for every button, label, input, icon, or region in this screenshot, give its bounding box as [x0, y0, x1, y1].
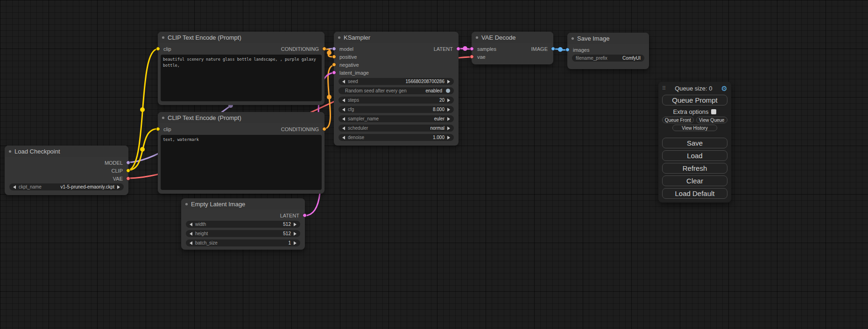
- widget-value: v1-5-pruned-emaonly.ckpt: [61, 184, 114, 189]
- output-port-latent[interactable]: [456, 47, 460, 51]
- io-row: samples IMAGE: [472, 45, 553, 53]
- queue-prompt-button[interactable]: Queue Prompt: [662, 95, 727, 105]
- decrement-arrow-icon[interactable]: [190, 223, 192, 226]
- widget-value: 512: [283, 222, 291, 227]
- decrement-arrow-icon[interactable]: [190, 241, 192, 245]
- toggle-dot-icon[interactable]: [446, 89, 450, 93]
- io-row: model LATENT: [334, 45, 459, 53]
- widget-denoise[interactable]: denoise 1.000: [339, 134, 454, 141]
- collapse-dot-icon[interactable]: [9, 150, 11, 153]
- input-port-negative[interactable]: [332, 63, 336, 67]
- node-vae-decode[interactable]: VAE Decode samples IMAGE vae: [472, 32, 553, 64]
- widget-width[interactable]: width 512: [186, 221, 300, 228]
- refresh-button[interactable]: Refresh: [662, 163, 727, 174]
- node-title-bar[interactable]: KSampler: [334, 32, 459, 43]
- node-graph-canvas[interactable]: Load Checkpoint MODEL CLIP VAE ckpt_name…: [0, 0, 868, 329]
- extra-options-row: Extra options: [662, 108, 727, 115]
- negative-prompt-textarea[interactable]: text, watermark: [161, 135, 322, 190]
- output-label-image: IMAGE: [531, 46, 548, 52]
- node-title: Load Checkpoint: [14, 148, 60, 155]
- node-title-bar[interactable]: Save Image: [567, 33, 649, 44]
- input-port-clip[interactable]: [156, 47, 160, 51]
- output-port-latent[interactable]: [303, 213, 307, 217]
- node-title-bar[interactable]: Empty Latent Image: [181, 198, 305, 210]
- decrement-arrow-icon[interactable]: [342, 98, 345, 102]
- widget-cfg[interactable]: cfg 8.000: [339, 106, 454, 113]
- increment-arrow-icon[interactable]: [447, 80, 450, 84]
- collapse-dot-icon[interactable]: [162, 36, 164, 39]
- settings-gear-icon[interactable]: ⚙: [721, 85, 727, 92]
- node-title-bar[interactable]: CLIP Text Encode (Prompt): [158, 112, 325, 123]
- widget-height[interactable]: height 512: [186, 230, 300, 237]
- node-clip-text-encode-negative[interactable]: CLIP Text Encode (Prompt) clip CONDITION…: [158, 112, 325, 194]
- widget-scheduler[interactable]: scheduler normal: [339, 125, 454, 132]
- increment-arrow-icon[interactable]: [294, 232, 296, 236]
- view-history-button[interactable]: View History: [672, 125, 717, 131]
- output-port-vae[interactable]: [126, 176, 130, 181]
- increment-arrow-icon[interactable]: [447, 136, 450, 140]
- decrement-arrow-icon[interactable]: [342, 126, 345, 130]
- output-port-image[interactable]: [551, 47, 555, 51]
- widget-random-seed-toggle[interactable]: Random seed after every gen enabled: [339, 87, 454, 94]
- queue-front-button[interactable]: Queue Front: [662, 117, 694, 123]
- node-ksampler[interactable]: KSampler model LATENT positive negative …: [334, 32, 459, 146]
- view-queue-button[interactable]: View Queue: [696, 117, 728, 123]
- collapse-dot-icon[interactable]: [572, 37, 574, 40]
- collapse-dot-icon[interactable]: [476, 36, 478, 39]
- widget-steps[interactable]: steps 20: [339, 97, 454, 104]
- increment-arrow-icon[interactable]: [294, 241, 296, 245]
- increment-arrow-icon[interactable]: [117, 185, 120, 189]
- extra-options-checkbox[interactable]: [711, 109, 716, 114]
- decrement-arrow-icon[interactable]: [342, 136, 345, 140]
- decrement-arrow-icon[interactable]: [190, 232, 192, 236]
- output-label-vae: VAE: [113, 176, 123, 182]
- collapse-dot-icon[interactable]: [162, 117, 164, 119]
- input-port-images[interactable]: [565, 48, 570, 52]
- node-title-bar[interactable]: CLIP Text Encode (Prompt): [158, 32, 325, 43]
- decrement-arrow-icon[interactable]: [342, 108, 345, 112]
- clear-button[interactable]: Clear: [662, 175, 727, 186]
- node-title-bar[interactable]: VAE Decode: [472, 32, 553, 43]
- drag-handle-icon[interactable]: ⠿: [662, 85, 666, 91]
- input-port-positive[interactable]: [332, 55, 336, 59]
- output-port-model[interactable]: [126, 161, 130, 165]
- decrement-arrow-icon[interactable]: [342, 117, 345, 121]
- input-port-model[interactable]: [332, 47, 336, 51]
- increment-arrow-icon[interactable]: [447, 98, 450, 102]
- increment-arrow-icon[interactable]: [447, 108, 450, 112]
- load-default-button[interactable]: Load Default: [662, 188, 727, 199]
- node-title-bar[interactable]: Load Checkpoint: [5, 146, 128, 157]
- node-save-image[interactable]: Save Image images filename_prefix ComfyU…: [567, 33, 649, 69]
- widget-ckpt-name[interactable]: ckpt_name v1-5-pruned-emaonly.ckpt: [9, 183, 124, 190]
- output-port-conditioning[interactable]: [322, 127, 326, 131]
- input-port-latent-image[interactable]: [332, 70, 336, 75]
- input-port-clip[interactable]: [156, 127, 160, 131]
- input-port-samples[interactable]: [470, 47, 474, 51]
- node-clip-text-encode-positive[interactable]: CLIP Text Encode (Prompt) clip CONDITION…: [158, 32, 325, 105]
- input-port-vae[interactable]: [470, 55, 474, 59]
- node-title: KSampler: [344, 34, 370, 41]
- widget-label: width: [195, 222, 206, 227]
- positive-prompt-textarea[interactable]: beautiful scenery nature glass bottle la…: [161, 55, 322, 101]
- widget-filename-prefix[interactable]: filename_prefix ComfyUI: [572, 55, 644, 62]
- widget-batch-size[interactable]: batch_size 1: [186, 239, 300, 246]
- output-port-clip[interactable]: [126, 168, 130, 173]
- node-load-checkpoint[interactable]: Load Checkpoint MODEL CLIP VAE ckpt_name…: [5, 146, 128, 195]
- load-button[interactable]: Load: [662, 150, 727, 161]
- output-port-conditioning[interactable]: [322, 47, 326, 51]
- increment-arrow-icon[interactable]: [447, 126, 450, 130]
- widget-sampler-name[interactable]: sampler_name euler: [339, 115, 454, 122]
- widget-seed[interactable]: seed 156680208700286: [339, 78, 454, 85]
- input-label-vae: vae: [477, 54, 486, 60]
- decrement-arrow-icon[interactable]: [342, 80, 345, 84]
- increment-arrow-icon[interactable]: [447, 117, 450, 121]
- decrement-arrow-icon[interactable]: [13, 185, 16, 189]
- collapse-dot-icon[interactable]: [185, 203, 188, 205]
- increment-arrow-icon[interactable]: [294, 223, 296, 226]
- collapse-dot-icon[interactable]: [338, 36, 340, 39]
- widget-label: ckpt_name: [19, 184, 42, 189]
- save-button[interactable]: Save: [662, 138, 727, 148]
- node-empty-latent-image[interactable]: Empty Latent Image LATENT width 512 heig…: [181, 198, 305, 250]
- input-label-model: model: [339, 46, 353, 52]
- queue-actions-row: Queue Front View Queue: [662, 117, 727, 123]
